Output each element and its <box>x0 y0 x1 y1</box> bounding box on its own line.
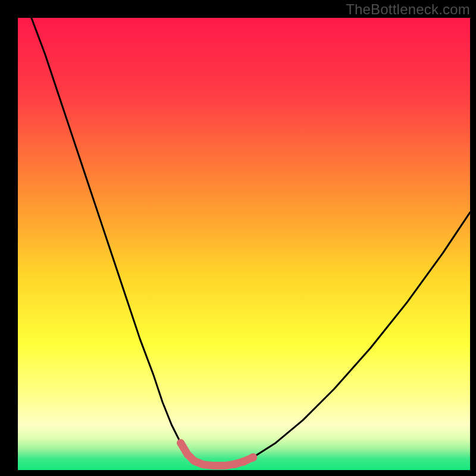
plot-area <box>18 18 470 470</box>
highlight-dot <box>209 462 216 469</box>
watermark-text: TheBottleneck.com <box>346 1 470 18</box>
chart-stage: TheBottleneck.com <box>0 0 476 476</box>
highlight-dot <box>184 450 191 458</box>
highlight-dot <box>200 461 207 468</box>
highlight-dot <box>249 453 257 462</box>
highlight-dot <box>223 462 230 469</box>
bottleneck-curve <box>32 18 470 465</box>
curve-layer <box>18 18 470 470</box>
highlight-dot <box>231 460 239 468</box>
highlight-dot <box>240 458 248 466</box>
highlight-dot <box>190 458 198 465</box>
highlight-dot <box>177 439 184 446</box>
